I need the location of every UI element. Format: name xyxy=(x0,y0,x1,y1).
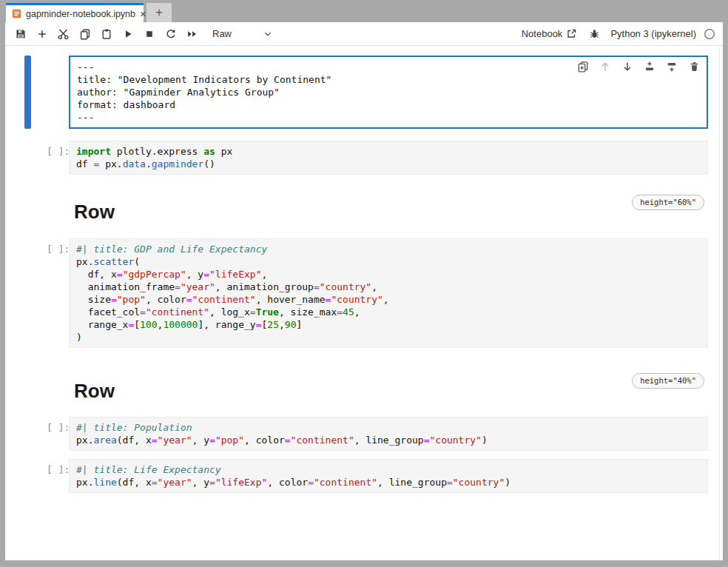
delete-cell-button[interactable] xyxy=(687,60,701,73)
code-line: #| title: Population xyxy=(76,421,701,434)
duplicate-icon xyxy=(577,61,589,73)
code-line: title: "Development Indicators by Contin… xyxy=(77,73,700,86)
population-code-cell[interactable]: #| title: Population px.area(df, x="year… xyxy=(69,417,708,451)
code-line: #| title: Life Expectancy xyxy=(76,463,701,476)
plus-icon xyxy=(36,28,48,40)
restart-kernel-button[interactable] xyxy=(160,24,181,44)
notebook-label: Notebook xyxy=(522,28,563,39)
cut-cells-button[interactable] xyxy=(53,24,74,44)
cell-prompt: [ ]: xyxy=(47,463,72,476)
trash-icon xyxy=(689,61,700,73)
duplicate-cell-button[interactable] xyxy=(576,60,590,73)
restart-run-all-button[interactable] xyxy=(181,24,203,44)
notebook-panel: Raw Notebook xyxy=(5,22,723,560)
cell-toolbar xyxy=(576,60,701,73)
cell-type-value: Raw xyxy=(212,28,232,39)
code-line: px.scatter( xyxy=(76,255,701,268)
cell-prompt: [ ]: xyxy=(47,243,72,255)
notebook-file-icon xyxy=(12,9,21,19)
kernel-idle-circle-icon xyxy=(704,28,715,40)
copy-icon xyxy=(79,28,91,40)
debugger-button[interactable] xyxy=(589,28,600,39)
notebook-content: --- title: "Development Indicators by Co… xyxy=(5,47,720,560)
toolbar-right-group: Notebook Python 3 (ipykernel) xyxy=(522,28,715,40)
height-badge-40: height="40%" xyxy=(632,373,704,389)
insert-above-icon xyxy=(644,61,655,73)
scissors-icon xyxy=(57,27,70,40)
code-line: size="pop", color="continent", hover_nam… xyxy=(76,293,701,306)
cell-prompt: [ ]: xyxy=(47,421,72,434)
new-tab-button[interactable]: + xyxy=(146,3,172,22)
restart-icon xyxy=(165,28,177,40)
code-line: df, x="gdpPercap", y="lifeExp", xyxy=(76,268,701,281)
row-heading-1[interactable]: Row xyxy=(74,201,115,223)
imports-code-cell[interactable]: import plotly.express as px df = px.data… xyxy=(69,141,708,175)
move-cell-up-button[interactable] xyxy=(599,60,612,73)
paste-icon xyxy=(101,28,112,40)
life-expectancy-code-cell[interactable]: #| title: Life Expectancy px.line(df, x=… xyxy=(69,459,708,493)
tab-close-icon[interactable]: × xyxy=(140,8,146,19)
interrupt-kernel-button[interactable] xyxy=(138,24,160,44)
cell-type-dropdown[interactable]: Raw xyxy=(212,28,273,39)
insert-cell-below-button[interactable] xyxy=(665,60,678,73)
arrow-down-icon xyxy=(621,61,633,73)
insert-below-icon xyxy=(666,61,678,73)
code-line: author: "Gapminder Analytics Group" xyxy=(77,86,700,98)
save-button[interactable] xyxy=(10,24,31,44)
external-link-icon xyxy=(566,28,577,39)
code-line: facet_col="continent", log_x=True, size_… xyxy=(76,306,701,318)
code-line: #| title: GDP and Life Expectancy xyxy=(76,243,701,255)
row-heading-2[interactable]: Row xyxy=(74,380,115,402)
code-line: import plotly.express as px xyxy=(76,145,701,158)
notebook-toolbar: Raw Notebook xyxy=(5,22,723,46)
run-icon xyxy=(122,28,134,40)
code-line: animation_frame="year", animation_group=… xyxy=(76,281,701,293)
raw-yaml-cell[interactable]: --- title: "Development Indicators by Co… xyxy=(69,56,708,129)
insert-cell-button[interactable] xyxy=(31,24,53,44)
tab-bar: gapminder-notebook.ipynb × + xyxy=(5,0,723,22)
fast-forward-icon xyxy=(186,28,198,40)
code-line: df = px.data.gapminder() xyxy=(76,158,701,170)
tab-title: gapminder-notebook.ipynb xyxy=(26,9,135,19)
code-line: format: dashboard xyxy=(77,98,700,111)
height-badge-60: height="60%" xyxy=(632,195,704,210)
kernel-status-indicator[interactable] xyxy=(704,28,715,40)
copy-cells-button[interactable] xyxy=(74,24,95,44)
code-line: --- xyxy=(77,111,700,124)
stop-icon xyxy=(144,28,155,40)
code-line: range_x=[100,100000], range_y=[25,90] xyxy=(76,318,701,331)
arrow-up-icon xyxy=(599,61,611,73)
bug-icon xyxy=(589,28,600,39)
save-icon xyxy=(15,28,27,40)
tab-gapminder-notebook[interactable]: gapminder-notebook.ipynb × xyxy=(6,3,144,22)
cell-prompt: [ ]: xyxy=(47,145,72,158)
insert-cell-above-button[interactable] xyxy=(643,60,656,73)
move-cell-down-button[interactable] xyxy=(621,60,634,73)
kernel-name[interactable]: Python 3 (ipykernel) xyxy=(610,28,696,39)
active-cell-collapser[interactable] xyxy=(24,56,31,129)
code-line: px.area(df, x="year", y="pop", color="co… xyxy=(76,434,701,446)
paste-cells-button[interactable] xyxy=(95,24,117,44)
run-cell-button[interactable] xyxy=(117,24,138,44)
chevron-down-icon xyxy=(263,29,273,39)
scatter-code-cell[interactable]: #| title: GDP and Life Expectancy px.sca… xyxy=(69,238,708,348)
code-line: ) xyxy=(76,331,701,343)
code-line: px.line(df, x="year", y="lifeExp", color… xyxy=(76,476,701,489)
open-in-notebook-button[interactable]: Notebook xyxy=(522,28,578,39)
